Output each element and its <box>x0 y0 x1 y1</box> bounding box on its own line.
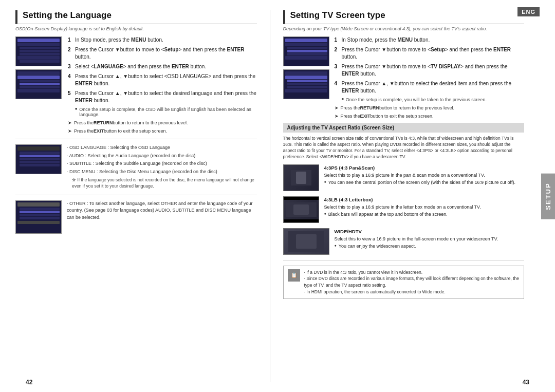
right-note-1: Once the setup is complete, you will be … <box>342 97 525 102</box>
left-column: Setting the Language OSD(On-Screen Displ… <box>15 10 270 382</box>
main-content: Setting the Language OSD(On-Screen Displ… <box>0 0 540 392</box>
aspect-item-lb: 4:3LB (4:3 Letterbox) Select this to pla… <box>283 196 525 223</box>
step-3: 3 Select <LANGUAGE> and then press the E… <box>68 63 257 70</box>
right-steps-container: 1 In Stop mode, press the MENU button. 2… <box>283 36 525 119</box>
left-return-btn: Press the RETURN button to return to the… <box>68 120 257 125</box>
right-divider <box>283 260 525 260</box>
right-step-3: 3 Press the Cursor ▼button to move to <T… <box>335 63 525 78</box>
right-screen-images <box>283 36 329 119</box>
right-steps-text: 1 In Stop mode, press the MENU button. 2… <box>335 36 525 119</box>
aspect-desc-wide: WIDE/HDTV Select this to view a 16:9 pic… <box>335 228 525 255</box>
left-subtitle: OSD(On-Screen Display) language is set t… <box>15 26 257 31</box>
right-return-btn: Press the RETURN button to return to the… <box>335 105 525 110</box>
left-steps-container: 1 In Stop mode, press the MENU button. 2… <box>15 36 257 134</box>
left-note-1: Once the setup is complete, the OSD will… <box>75 107 257 117</box>
right-step-1: 1 In Stop mode, press the MENU button. <box>335 36 525 44</box>
other-section: · OTHER : To select another language, se… <box>15 200 257 234</box>
left-screen-1 <box>15 36 62 66</box>
osd-notes-section: · OSD LANGUAGE : Selecting the OSD Langu… <box>15 144 257 190</box>
aspect-item-ps: 4:3PS (4:3 Pan&Scan) Select this to play… <box>283 164 525 191</box>
right-exit-btn: Press the EXIT button to exit the setup … <box>335 114 525 119</box>
bottom-note-text: · If a DVD is in the 4:3 ratio, you cann… <box>304 269 520 295</box>
left-divider-1 <box>15 139 257 139</box>
page-numbers: 42 43 <box>0 379 555 386</box>
eng-badge: ENG <box>517 7 540 16</box>
page-container: ENG SETUP Setting the Language OSD(On-Sc… <box>0 0 555 392</box>
step-1: 1 In Stop mode, press the MENU button. <box>68 36 257 44</box>
aspect-section-header: Adjusting the TV Aspect Ratio (Screen Si… <box>283 123 525 133</box>
bottom-note-box: 📋 · If a DVD is in the 4:3 ratio, you ca… <box>283 266 525 299</box>
aspect-item-wide: WIDE/HDTV Select this to view a 16:9 pic… <box>283 228 525 255</box>
right-screen-2 <box>283 69 329 99</box>
left-section-title: Setting the Language <box>15 10 257 24</box>
left-divider-2 <box>15 195 257 195</box>
page-right: 43 <box>523 379 529 386</box>
step-2: 2 Press the Cursor ▼button to move to <S… <box>68 46 257 61</box>
osd-warning: ※ If the language you selected is not re… <box>67 177 257 190</box>
osd-screen <box>15 144 62 174</box>
other-screen <box>15 200 62 234</box>
step-4: 4 Press the Cursor ▲, ▼button to select … <box>68 73 257 87</box>
page-left: 42 <box>26 379 32 386</box>
note-icon: 📋 <box>288 269 300 282</box>
left-screen-2 <box>15 69 62 99</box>
left-exit-btn: Press the EXIT button to exit the setup … <box>68 128 257 134</box>
step-5: 5 Press the Cursor ▲, ▼button to select … <box>68 90 257 104</box>
left-screen-images <box>15 36 62 134</box>
aspect-note: The horizontal to vertical screen size r… <box>283 136 525 160</box>
aspect-desc-lb: 4:3LB (4:3 Letterbox) Select this to pla… <box>324 196 525 223</box>
aspect-desc-ps: 4:3PS (4:3 Pan&Scan) Select this to play… <box>324 164 525 191</box>
setup-tab: SETUP <box>541 173 555 219</box>
right-section-title: Setting TV Screen type <box>283 10 525 24</box>
left-steps-text: 1 In Stop mode, press the MENU button. 2… <box>68 36 257 134</box>
right-screen-1 <box>283 36 329 66</box>
aspect-screen-lb <box>283 196 319 223</box>
aspect-screen-wide <box>283 228 329 255</box>
right-step-2: 2 Press the Cursor ▼button to move to <S… <box>335 46 525 61</box>
right-step-4: 4 Press the Cursor ▲, ▼button to select … <box>335 80 525 95</box>
osd-text-block: · OSD LANGUAGE : Selecting the OSD Langu… <box>67 144 257 190</box>
right-subtitle: Depending on your TV type (Wide Screen o… <box>283 26 525 31</box>
other-text: · OTHER : To select another language, se… <box>67 200 257 234</box>
right-column: Setting TV Screen type Depending on your… <box>270 10 525 382</box>
aspect-screen-ps <box>283 164 319 191</box>
